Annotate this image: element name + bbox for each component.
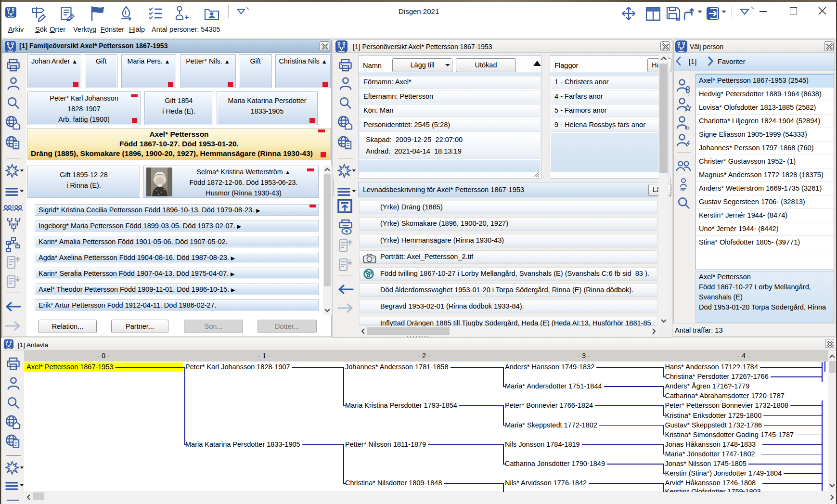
svg-text:M: M bbox=[676, 16, 680, 22]
svg-text:ID: ID bbox=[685, 125, 690, 130]
